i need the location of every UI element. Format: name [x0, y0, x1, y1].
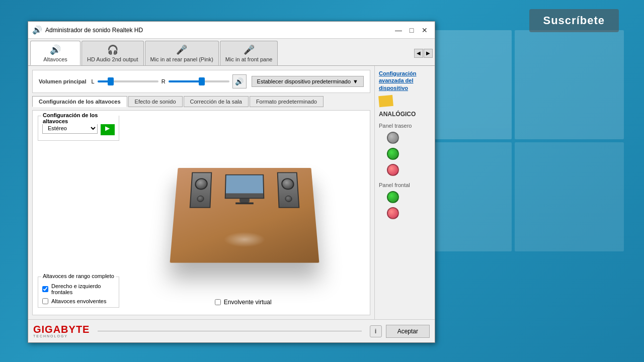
- stage-3d: [170, 168, 319, 263]
- mute-button[interactable]: 🔊: [232, 74, 247, 88]
- window-controls: — □ ✕: [392, 25, 431, 36]
- tab-hd-audio-label: HD Audio 2nd output: [87, 56, 138, 62]
- left-speaker-unit: [190, 172, 212, 208]
- right-speaker-tweeter: [285, 195, 292, 202]
- surround-label: Altavoces envolventes: [51, 298, 106, 304]
- sub-tab-config[interactable]: Configuración de los altavoces: [32, 96, 127, 107]
- tab-altavoces-label: Altavoces: [43, 56, 67, 62]
- tab-hd-audio[interactable]: 🎧 HD Audio 2nd output: [82, 41, 144, 65]
- speaker-config-group-title: Configuración de los altavoces: [41, 112, 119, 124]
- right-speaker-unit: [277, 172, 300, 208]
- rear-dot-gray[interactable]: [387, 132, 399, 144]
- stage-highlight: [223, 232, 265, 247]
- windows-logo-decoration: [403, 30, 624, 251]
- analog-section: ANALÓGICO Panel trasero Panel frontal: [379, 111, 431, 221]
- device-tabs: 🔊 Altavoces 🎧 HD Audio 2nd output 🎤 Mic …: [28, 39, 435, 66]
- monitor-base: [235, 203, 254, 205]
- headphone-tab-icon: 🎧: [107, 44, 118, 55]
- analog-label: ANALÓGICO: [379, 111, 431, 118]
- surround-checkbox[interactable]: [42, 298, 48, 304]
- maximize-button[interactable]: □: [406, 25, 418, 36]
- front-panel-label: Panel frontal: [379, 182, 431, 188]
- right-channel-label: R: [162, 78, 166, 84]
- mic-rear-tab-icon: 🎤: [176, 44, 187, 55]
- win-pane-tr: [515, 30, 624, 139]
- sub-tab-format[interactable]: Formato predeterminado: [250, 96, 324, 107]
- front-stereo-checkbox[interactable]: [42, 286, 48, 292]
- speaker-type-dropdown[interactable]: Estéreo: [42, 123, 98, 134]
- mic-front-tab-icon: 🎤: [244, 44, 255, 55]
- content-area: Volumen principal L R 🔊: [28, 66, 435, 319]
- tab-mic-front-label: Mic in at front pane: [225, 56, 273, 62]
- gigabyte-brand-subtitle: TECHNOLOGY: [33, 334, 90, 338]
- tab-mic-front[interactable]: 🎤 Mic in at front pane: [220, 41, 278, 65]
- virtual-surround-label: Envolvente virtual: [224, 299, 272, 306]
- left-speaker-woofer: [195, 178, 208, 190]
- right-panel: Configuración avanzada del dispositivo A…: [374, 66, 435, 319]
- left-volume-slider[interactable]: [98, 80, 158, 82]
- checkbox-surround: Altavoces envolventes: [42, 298, 115, 304]
- set-default-label: Establecer dispositivo predeterminado: [257, 78, 351, 84]
- main-dialog: 🔊 Administrador de sonido Realtek HD — □…: [28, 21, 435, 343]
- monitor: [224, 174, 264, 205]
- monitor-screen: [226, 175, 263, 194]
- rear-dot-pink[interactable]: [387, 164, 399, 176]
- app-icon: 🔊: [32, 25, 42, 35]
- speaker-visualization: Envolvente virtual: [124, 116, 365, 310]
- sub-tab-effect[interactable]: Efecto de sonido: [128, 96, 183, 107]
- speaker-config-area: Configuración de los altavoces Estéreo ▶: [32, 110, 370, 315]
- tab-next-button[interactable]: ▶: [424, 49, 433, 58]
- tab-altavoces[interactable]: 🔊 Altavoces: [30, 41, 80, 65]
- monitor-body: [225, 174, 265, 199]
- rear-panel-label: Panel trasero: [379, 123, 431, 129]
- front-stereo-label: Derecho e izquierdo frontales: [51, 283, 115, 295]
- sub-tab-correction[interactable]: Corrección de la sala: [184, 96, 249, 107]
- rear-dot-green[interactable]: [387, 148, 399, 160]
- subscribe-button[interactable]: Suscríbete: [529, 9, 619, 32]
- front-dot-green[interactable]: [387, 191, 399, 203]
- left-speaker-tweeter: [197, 195, 204, 202]
- gigabyte-logo: GIGABYTE TECHNOLOGY: [33, 324, 90, 338]
- monitor-stand: [239, 199, 250, 202]
- note-icon: [378, 95, 393, 107]
- info-button[interactable]: i: [370, 325, 382, 337]
- mute-icon: 🔊: [235, 77, 244, 85]
- tab-mic-rear-label: Mic in at rear panel (Pink): [150, 56, 213, 62]
- play-icon: ▶: [105, 125, 110, 132]
- checkbox-front-stereo: Derecho e izquierdo frontales: [42, 283, 115, 295]
- dialog-title: Administrador de sonido Realtek HD: [45, 27, 392, 34]
- left-channel-label: L: [92, 78, 95, 84]
- ok-button[interactable]: Aceptar: [386, 325, 430, 338]
- tab-prev-button[interactable]: ◀: [414, 49, 423, 58]
- advanced-config-link[interactable]: Configuración avanzada del dispositivo: [379, 70, 431, 92]
- speaker-tab-icon: 🔊: [50, 44, 61, 55]
- minimize-button[interactable]: —: [392, 25, 405, 36]
- sub-tabs: Configuración de los altavoces Efecto de…: [32, 96, 370, 107]
- volume-controls: L R 🔊: [92, 74, 247, 88]
- speaker-config-group: Configuración de los altavoces Estéreo ▶: [38, 116, 119, 141]
- speaker-controls-left: Configuración de los altavoces Estéreo ▶: [38, 116, 119, 310]
- front-dot-pink[interactable]: [387, 207, 399, 219]
- volume-section: Volumen principal L R 🔊: [32, 70, 370, 93]
- footer-divider: [98, 331, 361, 331]
- fullrange-group-title: Altavoces de rango completo: [41, 273, 116, 279]
- fullrange-group: Altavoces de rango completo Derecho e iz…: [38, 277, 119, 308]
- right-speaker-woofer: [281, 178, 294, 190]
- tab-navigation-arrows: ◀ ▶: [414, 41, 433, 65]
- spacer: [38, 147, 119, 273]
- close-button[interactable]: ✕: [419, 25, 431, 36]
- main-volume-slider[interactable]: [169, 80, 229, 82]
- volume-label: Volumen principal: [39, 78, 87, 84]
- dropdown-arrow-icon: ▼: [353, 78, 358, 84]
- footer: GIGABYTE TECHNOLOGY i Aceptar: [28, 319, 435, 342]
- tab-mic-rear[interactable]: 🎤 Mic in at rear panel (Pink): [145, 41, 219, 65]
- virtual-surround-checkbox[interactable]: [215, 299, 221, 305]
- set-default-button[interactable]: Establecer dispositivo predeterminado ▼: [252, 76, 364, 87]
- virtual-surround-row: Envolvente virtual: [215, 299, 272, 306]
- left-panel: Volumen principal L R 🔊: [28, 66, 374, 319]
- title-bar: 🔊 Administrador de sonido Realtek HD — □…: [28, 22, 435, 39]
- win-pane-br: [515, 142, 624, 251]
- gigabyte-brand-name: GIGABYTE: [33, 324, 90, 334]
